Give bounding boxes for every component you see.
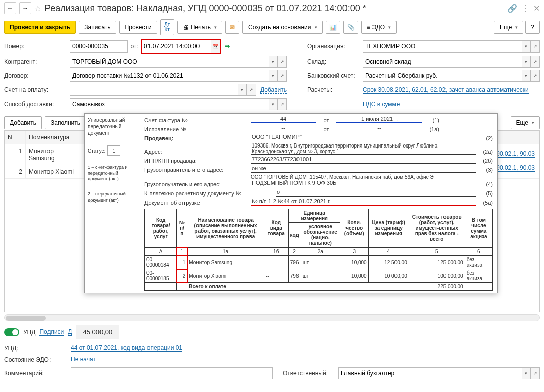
upd-toggle[interactable] bbox=[4, 328, 19, 336]
resp-open[interactable]: ↗ bbox=[531, 367, 540, 379]
status-box: 1 bbox=[107, 145, 120, 156]
more-button[interactable]: Еще bbox=[494, 21, 523, 34]
post-button[interactable]: Провести bbox=[119, 21, 157, 34]
calc-link[interactable]: Срок 30.08.2021, 62.01, 62.02, зачет ава… bbox=[363, 86, 529, 94]
org-open[interactable]: ↗ bbox=[531, 40, 540, 53]
window-title: Реализация товаров: Накладная, УПД 0000-… bbox=[44, 3, 504, 14]
counterparty-label: Контрагент: bbox=[4, 58, 70, 65]
sign-link[interactable]: Подписи bbox=[39, 328, 64, 336]
invoice-input[interactable] bbox=[70, 84, 238, 96]
cp-open[interactable]: ↗ bbox=[278, 56, 287, 68]
print-button[interactable]: Печать bbox=[177, 21, 222, 34]
date-apply-icon[interactable]: ➡ bbox=[225, 43, 230, 50]
upd-label: УПД bbox=[23, 329, 35, 336]
upd-preview-popup: Универсальный передаточный документ Стат… bbox=[84, 113, 498, 293]
org-label: Организация: bbox=[307, 43, 363, 50]
date-input[interactable] bbox=[142, 40, 211, 53]
resp-label: Ответственный: bbox=[283, 370, 338, 377]
doc-items-table: Код товара/ работ, услуг № п/п Наименова… bbox=[144, 209, 493, 291]
ct-drop[interactable]: ▾ bbox=[269, 70, 278, 82]
dl-open[interactable]: ↗ bbox=[278, 98, 287, 110]
invoice-label: Счет на оплату: bbox=[4, 86, 70, 93]
resp-input[interactable] bbox=[338, 367, 522, 379]
report-icon: 📊 bbox=[329, 24, 337, 31]
comment-input[interactable] bbox=[71, 367, 273, 379]
clip-icon bbox=[347, 24, 355, 31]
org-input[interactable] bbox=[363, 40, 522, 53]
d-link[interactable]: Д bbox=[68, 328, 72, 336]
col-n: N bbox=[5, 131, 26, 144]
dtkt-button[interactable]: ДтКт bbox=[160, 19, 174, 35]
acct-link[interactable]: 90.02.1, 90.03 bbox=[496, 150, 535, 158]
inv-drop[interactable]: ▾ bbox=[238, 84, 247, 96]
star-icon[interactable]: ☆ bbox=[34, 4, 41, 13]
help-button[interactable]: ? bbox=[525, 21, 540, 34]
mail-icon bbox=[230, 24, 235, 31]
dl-drop[interactable]: ▾ bbox=[269, 98, 278, 110]
row-add-button[interactable]: Добавить bbox=[4, 116, 42, 129]
org-drop[interactable]: ▾ bbox=[522, 40, 531, 53]
mail-button[interactable] bbox=[225, 21, 239, 34]
edo-state-label: Состояние ЭДО: bbox=[4, 356, 71, 363]
bk-open[interactable]: ↗ bbox=[531, 70, 540, 82]
grid-h-scrollbar[interactable] bbox=[4, 314, 540, 321]
inv-open[interactable]: ↗ bbox=[247, 84, 256, 96]
print-icon bbox=[183, 24, 189, 31]
ct-open[interactable]: ↗ bbox=[278, 70, 287, 82]
add-invoice-link[interactable]: Добавить bbox=[260, 86, 287, 94]
warehouse-input[interactable] bbox=[363, 56, 522, 68]
bars-icon bbox=[367, 24, 370, 31]
delivery-input[interactable] bbox=[70, 98, 269, 110]
comment-label: Комментарий: bbox=[4, 370, 71, 377]
bank-label: Банковский счет: bbox=[307, 72, 363, 79]
calc-label: Расчеты: bbox=[307, 86, 363, 93]
create-based-button[interactable]: Создать на основании bbox=[242, 21, 323, 34]
cp-drop[interactable]: ▾ bbox=[269, 56, 278, 68]
bk-drop[interactable]: ▾ bbox=[522, 70, 531, 82]
number-input[interactable] bbox=[70, 40, 128, 53]
nav-fwd[interactable]: → bbox=[19, 2, 31, 14]
report-button[interactable]: 📊 bbox=[326, 21, 340, 34]
post-close-button[interactable]: Провести и закрыть bbox=[4, 21, 76, 34]
delivery-label: Способ доставки: bbox=[4, 101, 70, 108]
total-amount: 45 000,00 bbox=[76, 325, 119, 339]
contract-input[interactable] bbox=[70, 70, 269, 82]
acct-link[interactable]: 90.02.1, 90.03 bbox=[496, 164, 535, 172]
save-button[interactable]: Записать bbox=[79, 21, 116, 34]
date-label: от: bbox=[128, 43, 141, 50]
items-grid: N Номенклатура 1 Монитор Samsung 90.02.1… bbox=[4, 130, 540, 312]
contract-label: Договор: bbox=[4, 72, 70, 79]
upd-footer-label: УПД: bbox=[4, 345, 71, 352]
wh-open[interactable]: ↗ bbox=[531, 56, 540, 68]
bank-input[interactable] bbox=[363, 70, 522, 82]
kebab-icon[interactable]: ⋮ bbox=[521, 4, 529, 13]
edo-button[interactable]: ЭДО bbox=[361, 21, 397, 34]
dtkt-icon: ДтКт bbox=[164, 22, 170, 32]
nav-back[interactable]: ← bbox=[4, 2, 16, 14]
number-label: Номер: bbox=[4, 43, 70, 50]
close-icon[interactable]: ✕ bbox=[533, 4, 540, 13]
link-icon[interactable] bbox=[507, 4, 517, 13]
calendar-icon[interactable]: 📅 bbox=[211, 40, 220, 53]
counterparty-input[interactable] bbox=[70, 56, 269, 68]
upd-footer-link[interactable]: 44 от 01.07.2021, код вида операции 01 bbox=[71, 344, 182, 352]
edo-state-link[interactable]: Не начат bbox=[71, 356, 96, 363]
attach-button[interactable] bbox=[343, 21, 358, 34]
wh-drop[interactable]: ▾ bbox=[522, 56, 531, 68]
warehouse-label: Склад: bbox=[307, 58, 363, 65]
vat-link[interactable]: НДС в сумме bbox=[363, 101, 400, 108]
row-more-button[interactable]: Еще bbox=[511, 116, 540, 129]
resp-drop[interactable]: ▾ bbox=[522, 367, 531, 379]
doc-left-title: Универсальный передаточный документ bbox=[88, 117, 137, 136]
